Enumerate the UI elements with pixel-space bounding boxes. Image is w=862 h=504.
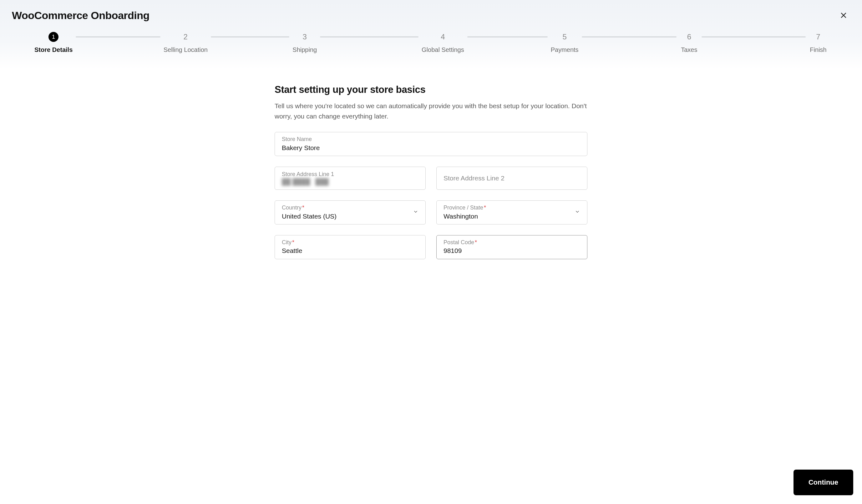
city-label-text: City [282,239,291,246]
form-content: Start setting up your store basics Tell … [262,69,600,282]
step-3[interactable]: 3Shipping [292,32,317,53]
country-value: United States (US) [282,212,418,221]
header-bar: WooCommerce Onboarding [0,0,862,29]
country-label: Country* [282,204,418,211]
step-connector [320,36,418,38]
address1-field[interactable]: Store Address Line 1 ██ ████ ███ [275,167,426,190]
close-icon [839,11,848,19]
close-button[interactable] [837,9,850,22]
stepper: 1Store Details2Selling Location3Shipping… [0,29,862,69]
step-connector [467,36,548,38]
step-number: 2 [181,32,191,42]
step-connector [702,36,806,38]
step-label: Global Settings [422,46,464,53]
store-name-field[interactable]: Store Name [275,132,587,156]
page-title: WooCommerce Onboarding [12,9,149,22]
step-5[interactable]: 5Payments [551,32,579,53]
province-label-text: Province / State [444,204,483,211]
address1-value-obscured: ██ ████ ███ [282,178,418,185]
step-number: 3 [300,32,310,42]
store-name-label: Store Name [282,136,580,143]
postal-label-text: Postal Code [444,239,474,246]
address2-field[interactable]: Store Address Line 2 [436,167,587,190]
country-label-text: Country [282,204,301,211]
step-label: Payments [551,46,579,53]
step-label: Selling Location [164,46,208,53]
address2-label: Store Address Line 2 [444,174,580,182]
province-field[interactable]: Province / State* Washington [436,200,587,225]
postal-input[interactable] [444,247,580,255]
store-name-input[interactable] [282,144,580,152]
postal-field[interactable]: Postal Code* [436,235,587,259]
address1-label: Store Address Line 1 [282,171,418,178]
step-4[interactable]: 4Global Settings [422,32,464,53]
step-number: 6 [684,32,694,42]
city-input[interactable] [282,247,418,255]
city-field[interactable]: City* [275,235,426,259]
step-number: 5 [560,32,570,42]
form-heading: Start setting up your store basics [275,84,587,95]
step-label: Shipping [292,46,317,53]
step-connector [211,36,289,38]
step-number: 7 [813,32,823,42]
postal-label: Postal Code* [444,239,580,246]
step-number: 1 [49,32,58,42]
step-6[interactable]: 6Taxes [680,32,698,53]
form-subheading: Tell us where you're located so we can a… [275,101,587,121]
step-number: 4 [438,32,448,42]
step-connector [76,36,160,38]
step-connector [582,36,677,38]
province-value: Washington [444,212,580,221]
step-2[interactable]: 2Selling Location [164,32,208,53]
step-label: Taxes [681,46,697,53]
step-1[interactable]: 1Store Details [35,32,73,53]
country-field[interactable]: Country* United States (US) [275,200,426,225]
step-7[interactable]: 7Finish [809,32,827,53]
city-label: City* [282,239,418,246]
province-label: Province / State* [444,204,580,211]
step-label: Finish [810,46,826,53]
step-label: Store Details [35,46,73,53]
